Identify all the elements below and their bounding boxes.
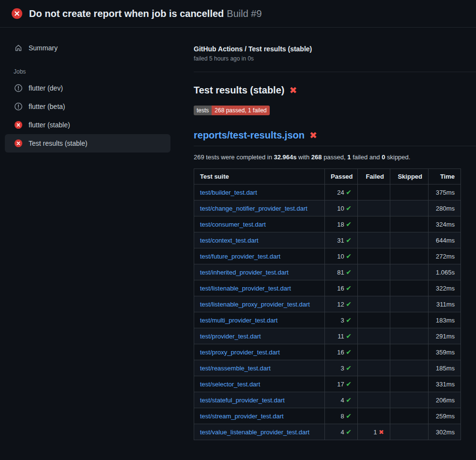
failed-x-icon: ✖ — [309, 131, 317, 140]
table-row: test/future_provider_test.dart10 ✔272ms — [194, 248, 461, 264]
failed-x-icon: ✖ — [289, 86, 297, 95]
suite-link[interactable]: test/stateful_provider_test.dart — [200, 397, 285, 404]
report-link[interactable]: reports/test-results.json — [194, 130, 305, 141]
count-value: 3 — [340, 317, 346, 324]
suite-cell: test/stream_provider_test.dart — [194, 408, 325, 424]
failed-cell — [358, 248, 390, 264]
results-table: Test suitePassedFailedSkippedTime test/b… — [194, 169, 461, 440]
suite-link[interactable]: test/context_test.dart — [200, 237, 259, 244]
passed-cell: 3 ✔ — [325, 312, 358, 328]
sidebar-job-flutter-dev[interactable]: flutter (dev) — [5, 79, 170, 97]
table-row: test/inherited_provider_test.dart81 ✔1.0… — [194, 264, 461, 280]
check-icon: ✔ — [346, 316, 352, 324]
suite-link[interactable]: test/reassemble_test.dart — [200, 365, 271, 372]
failed-cell — [358, 392, 390, 408]
skipped-cell — [390, 424, 429, 440]
count-value: 16 — [337, 349, 346, 356]
suite-cell: test/listenable_proxy_provider_test.dart — [194, 296, 325, 312]
skipped-cell — [390, 312, 429, 328]
table-row: test/provider_test.dart11 ✔291ms — [194, 328, 461, 344]
time-cell: 331ms — [429, 376, 461, 392]
table-header-row: Test suitePassedFailedSkippedTime — [194, 169, 461, 184]
count-value: 8 — [340, 413, 346, 420]
suite-link[interactable]: test/multi_provider_test.dart — [200, 317, 277, 324]
skipped-cell — [390, 200, 429, 216]
failed-cell — [358, 280, 390, 296]
check-icon: ✔ — [346, 284, 352, 292]
badge-label: tests — [194, 106, 212, 115]
failed-cell — [358, 376, 390, 392]
table-row: test/consumer_test.dart18 ✔324ms — [194, 216, 461, 232]
passed-cell: 31 ✔ — [325, 232, 358, 248]
failed-cell — [358, 344, 390, 360]
suite-link[interactable]: test/future_provider_test.dart — [200, 253, 280, 260]
sidebar-item-summary[interactable]: Summary — [5, 40, 170, 56]
home-icon — [15, 44, 22, 52]
job-label: flutter (dev) — [29, 84, 63, 92]
sidebar-job-flutter-stable[interactable]: flutter (stable) — [5, 116, 170, 134]
suite-link[interactable]: test/selector_test.dart — [200, 381, 260, 388]
sidebar: Summary Jobs flutter (dev)flutter (beta)… — [0, 28, 194, 153]
column-header-time: Time — [429, 169, 461, 184]
failed-cell — [358, 216, 390, 232]
table-row: test/context_test.dart31 ✔644ms — [194, 232, 461, 248]
suite-link[interactable]: test/inherited_provider_test.dart — [200, 269, 289, 276]
table-row: test/listenable_proxy_provider_test.dart… — [194, 296, 461, 312]
failed-cell — [358, 184, 390, 200]
passed-cell: 11 ✔ — [325, 328, 358, 344]
sidebar-job-flutter-beta[interactable]: flutter (beta) — [5, 97, 170, 116]
count-value: 18 — [337, 221, 346, 228]
summary-label: Summary — [29, 44, 58, 52]
jobs-section-label: Jobs — [14, 68, 170, 75]
skipped-cell — [390, 376, 429, 392]
time-cell: 644ms — [429, 232, 461, 248]
suite-link[interactable]: test/stream_provider_test.dart — [200, 413, 284, 420]
check-icon: ✔ — [346, 364, 352, 372]
failed-cell — [358, 408, 390, 424]
suite-link[interactable]: test/consumer_test.dart — [200, 221, 266, 228]
summary-text: skipped. — [385, 153, 410, 161]
suite-cell: test/builder_test.dart — [194, 184, 325, 200]
failed-cell — [358, 232, 390, 248]
skipped-cell — [390, 216, 429, 232]
suite-link[interactable]: test/listenable_provider_test.dart — [200, 285, 291, 292]
tests-badge: tests 268 passed, 1 failed — [194, 106, 270, 115]
time-cell: 280ms — [429, 200, 461, 216]
skipped-cell — [390, 280, 429, 296]
count-value: 31 — [337, 237, 346, 244]
suite-link[interactable]: test/change_notifier_provider_test.dart — [200, 205, 307, 212]
check-title-row: Test results (stable) ✖ — [194, 85, 476, 96]
summary-text: failed and — [351, 153, 382, 161]
suite-cell: test/inherited_provider_test.dart — [194, 264, 325, 280]
suite-link[interactable]: test/listenable_proxy_provider_test.dart — [200, 301, 310, 308]
table-row: test/listenable_provider_test.dart16 ✔32… — [194, 280, 461, 296]
skipped-cell — [390, 248, 429, 264]
table-row: test/proxy_provider_test.dart16 ✔359ms — [194, 344, 461, 360]
suite-link[interactable]: test/builder_test.dart — [200, 189, 257, 196]
x-circle-icon — [12, 8, 22, 19]
suite-link[interactable]: test/provider_test.dart — [200, 333, 261, 340]
suite-link[interactable]: test/value_listenable_provider_test.dart — [200, 429, 309, 436]
suite-cell: test/selector_test.dart — [194, 376, 325, 392]
failed-cell — [358, 328, 390, 344]
count-value: 81 — [337, 269, 346, 276]
count-value: 4 — [340, 397, 346, 404]
time-cell: 324ms — [429, 216, 461, 232]
suite-cell: test/value_listenable_provider_test.dart — [194, 424, 325, 440]
passed-cell: 18 ✔ — [325, 216, 358, 232]
suite-cell: test/consumer_test.dart — [194, 216, 325, 232]
suite-link[interactable]: test/proxy_provider_test.dart — [200, 349, 280, 356]
failed-cell: 1 ✖ — [358, 424, 390, 440]
suite-cell: test/multi_provider_test.dart — [194, 312, 325, 328]
skipped-cell — [390, 184, 429, 200]
column-header-passed: Passed — [325, 169, 358, 184]
passed-cell: 10 ✔ — [325, 248, 358, 264]
page-title: Do not create report when job is cancell… — [29, 8, 224, 19]
main-content: GitHub Actions / Test results (stable) f… — [194, 28, 476, 440]
time-cell: 259ms — [429, 408, 461, 424]
passed-cell: 8 ✔ — [325, 408, 358, 424]
sidebar-job-test-results-stable[interactable]: Test results (stable) — [5, 134, 170, 153]
check-icon: ✔ — [346, 268, 352, 276]
passed-cell: 4 ✔ — [325, 392, 358, 408]
table-row: test/stateful_provider_test.dart4 ✔206ms — [194, 392, 461, 408]
